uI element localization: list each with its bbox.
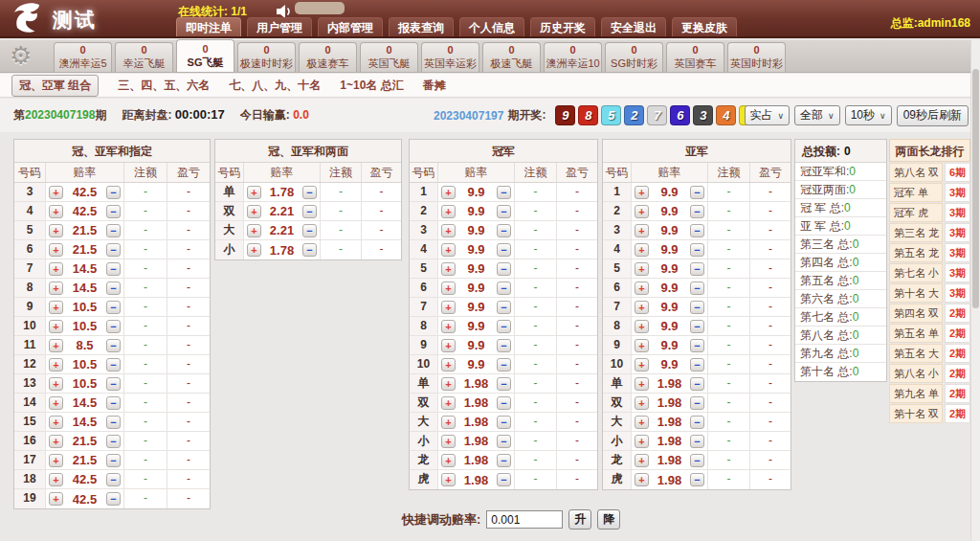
odds-down-button[interactable]: 降: [597, 509, 620, 530]
odds-increase-button[interactable]: +: [441, 186, 456, 199]
odds-decrease-button[interactable]: −: [106, 243, 121, 257]
game-tab[interactable]: 0澳洲幸运5: [54, 42, 112, 72]
game-tab[interactable]: 0幸运飞艇: [115, 42, 173, 72]
odds-decrease-button[interactable]: −: [690, 454, 704, 467]
sub-tab[interactable]: 七、八、九、十名: [229, 78, 321, 94]
odds-increase-button[interactable]: +: [49, 262, 63, 276]
odds-increase-button[interactable]: +: [441, 339, 456, 352]
odds-increase-button[interactable]: +: [49, 205, 63, 218]
odds-increase-button[interactable]: +: [49, 454, 63, 467]
odds-increase-button[interactable]: +: [49, 243, 63, 257]
odds-decrease-button[interactable]: −: [497, 224, 511, 237]
odds-decrease-button[interactable]: −: [106, 262, 121, 276]
sub-tab[interactable]: 番摊: [423, 78, 446, 94]
nav-tab-4[interactable]: 报表查询: [389, 17, 454, 36]
odds-increase-button[interactable]: +: [635, 262, 649, 276]
game-tab[interactable]: 0英国幸运彩: [421, 42, 479, 72]
filter-select-1[interactable]: 实占∨: [745, 105, 791, 125]
odds-decrease-button[interactable]: −: [106, 186, 121, 199]
odds-increase-button[interactable]: +: [635, 473, 649, 486]
odds-increase-button[interactable]: +: [49, 377, 63, 391]
nav-tab-1[interactable]: 即时注单: [176, 17, 241, 36]
odds-increase-button[interactable]: +: [635, 224, 649, 237]
odds-decrease-button[interactable]: −: [690, 301, 704, 314]
sub-tab[interactable]: 1~10名 总汇: [340, 78, 403, 94]
odds-increase-button[interactable]: +: [635, 320, 649, 333]
odds-increase-button[interactable]: +: [49, 416, 63, 429]
odds-increase-button[interactable]: +: [635, 339, 649, 352]
odds-up-button[interactable]: 升: [568, 509, 591, 530]
gear-icon[interactable]: ⚙: [10, 41, 32, 71]
odds-decrease-button[interactable]: −: [690, 473, 704, 486]
sub-tab[interactable]: 三、四、五、六名: [118, 78, 210, 94]
nav-tab-7[interactable]: 安全退出: [601, 17, 666, 36]
odds-increase-button[interactable]: +: [635, 435, 649, 448]
odds-increase-button[interactable]: +: [247, 243, 261, 257]
refresh-button[interactable]: 09秒后刷新: [897, 105, 969, 126]
odds-increase-button[interactable]: +: [441, 416, 456, 429]
odds-decrease-button[interactable]: −: [497, 435, 511, 448]
odds-decrease-button[interactable]: −: [106, 358, 121, 372]
filter-select-3[interactable]: 10秒∨: [845, 105, 892, 125]
odds-decrease-button[interactable]: −: [690, 224, 704, 237]
odds-increase-button[interactable]: +: [49, 435, 63, 448]
nav-tab-2[interactable]: 用户管理: [247, 17, 312, 36]
odds-increase-button[interactable]: +: [635, 416, 649, 429]
odds-decrease-button[interactable]: −: [106, 224, 121, 237]
odds-increase-button[interactable]: +: [49, 473, 63, 486]
odds-decrease-button[interactable]: −: [690, 243, 704, 257]
nav-tab-6[interactable]: 历史开奖: [530, 17, 595, 36]
game-tab[interactable]: 0英国飞艇: [360, 42, 418, 72]
odds-decrease-button[interactable]: −: [497, 339, 511, 352]
quick-odds-input[interactable]: [486, 510, 563, 529]
odds-decrease-button[interactable]: −: [106, 473, 121, 486]
odds-decrease-button[interactable]: −: [690, 186, 704, 199]
odds-increase-button[interactable]: +: [441, 205, 456, 218]
odds-decrease-button[interactable]: −: [106, 282, 121, 295]
game-tab[interactable]: 0极速时时彩: [237, 42, 296, 72]
game-tab[interactable]: 0极速赛车: [299, 42, 357, 72]
odds-increase-button[interactable]: +: [49, 358, 63, 372]
odds-increase-button[interactable]: +: [635, 186, 649, 199]
odds-decrease-button[interactable]: −: [690, 320, 704, 333]
odds-decrease-button[interactable]: −: [302, 224, 317, 237]
logo[interactable]: 测试: [10, 2, 97, 37]
odds-increase-button[interactable]: +: [441, 243, 456, 257]
odds-decrease-button[interactable]: −: [497, 358, 511, 372]
odds-decrease-button[interactable]: −: [106, 320, 121, 333]
odds-decrease-button[interactable]: −: [106, 205, 121, 218]
odds-increase-button[interactable]: +: [49, 224, 63, 237]
odds-increase-button[interactable]: +: [635, 377, 649, 391]
odds-decrease-button[interactable]: −: [690, 282, 704, 295]
odds-decrease-button[interactable]: −: [690, 262, 704, 276]
odds-increase-button[interactable]: +: [441, 473, 456, 486]
odds-decrease-button[interactable]: −: [106, 416, 121, 429]
game-tab[interactable]: 0英国赛车: [666, 42, 724, 72]
odds-decrease-button[interactable]: −: [497, 243, 511, 257]
odds-increase-button[interactable]: +: [635, 205, 649, 218]
odds-decrease-button[interactable]: −: [497, 320, 511, 333]
odds-decrease-button[interactable]: −: [302, 205, 317, 218]
odds-decrease-button[interactable]: −: [497, 396, 511, 410]
odds-increase-button[interactable]: +: [247, 205, 261, 218]
odds-decrease-button[interactable]: −: [690, 339, 704, 352]
odds-decrease-button[interactable]: −: [497, 416, 511, 429]
odds-increase-button[interactable]: +: [441, 358, 456, 372]
odds-increase-button[interactable]: +: [49, 492, 63, 506]
odds-increase-button[interactable]: +: [441, 396, 456, 410]
odds-decrease-button[interactable]: −: [690, 396, 704, 410]
odds-decrease-button[interactable]: −: [497, 454, 511, 467]
odds-decrease-button[interactable]: −: [106, 301, 121, 314]
game-tab[interactable]: 0SG时时彩: [605, 42, 663, 72]
odds-decrease-button[interactable]: −: [497, 205, 511, 218]
odds-increase-button[interactable]: +: [635, 396, 649, 410]
odds-increase-button[interactable]: +: [441, 435, 456, 448]
odds-decrease-button[interactable]: −: [690, 205, 704, 218]
odds-increase-button[interactable]: +: [247, 224, 261, 237]
odds-increase-button[interactable]: +: [247, 186, 261, 199]
odds-increase-button[interactable]: +: [441, 224, 456, 237]
nav-tab-8[interactable]: 更换皮肤: [672, 17, 737, 36]
odds-decrease-button[interactable]: −: [690, 435, 704, 448]
odds-increase-button[interactable]: +: [441, 262, 456, 276]
odds-decrease-button[interactable]: −: [497, 262, 511, 276]
